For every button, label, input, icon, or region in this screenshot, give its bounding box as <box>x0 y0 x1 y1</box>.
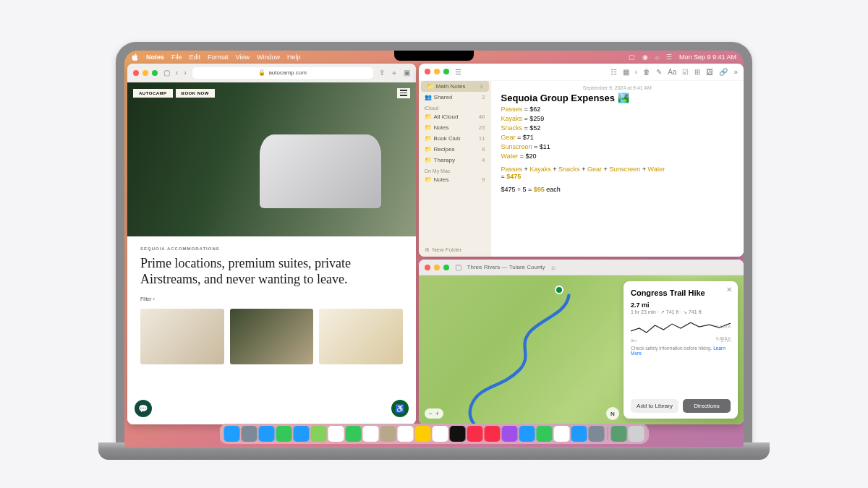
compose-icon[interactable]: ✎ <box>656 68 662 76</box>
sidebar-toggle-icon[interactable]: ☰ <box>455 68 461 76</box>
dock-icon-podcasts[interactable] <box>502 426 518 442</box>
format-icon[interactable]: Aa <box>668 68 676 76</box>
sidebar-item-all-icloud[interactable]: 📁All iCloud46 <box>419 111 491 122</box>
dock-icon-freeform[interactable] <box>433 426 448 442</box>
search-icon[interactable]: ⌕ <box>655 53 659 61</box>
dock-icon-downloads[interactable] <box>611 426 627 442</box>
wifi-icon[interactable]: ◉ <box>642 53 648 61</box>
dock-icon-launchpad[interactable] <box>242 426 258 442</box>
close-button[interactable] <box>133 70 139 76</box>
share-icon[interactable]: ⇪ <box>379 69 385 77</box>
menubar-item-format[interactable]: Format <box>208 53 229 61</box>
trash-icon[interactable]: 🗑 <box>643 68 650 76</box>
back-icon[interactable]: ‹ <box>635 68 637 76</box>
search-icon[interactable]: ⌕ <box>551 263 556 271</box>
dock <box>220 424 649 444</box>
close-button[interactable] <box>425 265 430 270</box>
add-to-library-button[interactable]: Add to Library <box>631 399 678 413</box>
table-icon[interactable]: ⊞ <box>694 68 700 76</box>
dock-icon-messages[interactable] <box>276 426 292 442</box>
brand-logo[interactable]: AUTOCAMP <box>133 89 173 98</box>
directions-button[interactable]: Directions <box>683 399 731 413</box>
zoom-controls[interactable]: −+ <box>425 408 444 419</box>
map-canvas[interactable]: −+ N ✕ Congress Trail Hike 2.7 mi 1 hr 2… <box>419 275 744 424</box>
dock-icon-news[interactable] <box>485 426 501 442</box>
link-icon[interactable]: 🔗 <box>719 68 728 76</box>
filter-link[interactable]: Filter › <box>140 296 403 301</box>
url-bar[interactable]: 🔒 autocamp.com <box>192 67 373 79</box>
menubar-item-view[interactable]: View <box>236 53 250 61</box>
list-view-icon[interactable]: ☷ <box>610 68 617 76</box>
zoom-button[interactable] <box>152 70 158 76</box>
menubar-clock[interactable]: Mon Sep 9 9:41 AM <box>679 53 736 61</box>
note-editor[interactable]: September 9, 2024 at 9:41 AM Sequoia Gro… <box>491 81 744 257</box>
sidebar-section-icloud: iCloud <box>419 103 491 111</box>
zoom-in-icon[interactable]: + <box>435 410 439 417</box>
thumbnail-3[interactable] <box>319 309 403 364</box>
dock-icon-trash[interactable] <box>629 426 644 442</box>
sidebar-icon[interactable]: ▢ <box>455 263 461 271</box>
hamburger-menu-icon[interactable] <box>397 88 410 98</box>
gallery-view-icon[interactable]: ▦ <box>623 68 629 76</box>
traffic-lights <box>425 69 449 74</box>
sidebar-item-notes[interactable]: 📁Notes23 <box>419 122 491 133</box>
axis-start: 0m <box>631 338 637 343</box>
dock-icon-tv[interactable] <box>450 426 466 442</box>
apple-menu-icon[interactable] <box>132 53 139 61</box>
chat-fab[interactable]: 💬 <box>135 400 152 417</box>
menubar-item-edit[interactable]: Edit <box>190 53 201 61</box>
hero-image: AUTOCAMP BOOK NOW <box>127 82 416 236</box>
dock-icon-numbers[interactable] <box>537 426 553 442</box>
menubar-item-window[interactable]: Window <box>257 53 280 61</box>
sidebar-icon[interactable]: ▢ <box>163 69 170 77</box>
minimize-button[interactable] <box>434 265 440 270</box>
battery-icon[interactable]: ▢ <box>629 53 635 61</box>
dock-icon-contacts[interactable] <box>380 426 396 442</box>
dock-icon-appstore[interactable] <box>519 426 535 442</box>
dock-icon-photos[interactable] <box>328 426 344 442</box>
thumbnail-2[interactable] <box>230 309 314 364</box>
more-icon[interactable]: » <box>733 68 738 76</box>
menubar-app-name[interactable]: Notes <box>146 53 164 61</box>
new-folder-button[interactable]: ⊕New Folder <box>419 243 491 257</box>
safari-page: AUTOCAMP BOOK NOW SEQUOIA ACCOMMODATIONS… <box>127 82 416 425</box>
sidebar-item-math-notes[interactable]: 📁Math Notes3 <box>421 81 489 92</box>
dock-icon-finder[interactable] <box>224 426 240 442</box>
zoom-button[interactable] <box>443 69 449 74</box>
dock-icon-maps[interactable] <box>311 426 327 442</box>
dock-icon-home[interactable] <box>554 426 570 442</box>
sidebar-item-shared[interactable]: 👥Shared2 <box>419 92 491 103</box>
thumbnail-1[interactable] <box>140 309 224 364</box>
sidebar-item-recipes[interactable]: 📁Recipes8 <box>419 144 491 155</box>
close-icon[interactable]: ✕ <box>726 286 732 294</box>
sidebar-item-therapy[interactable]: 📁Therapy4 <box>419 155 491 166</box>
control-center-icon[interactable]: ☰ <box>666 53 672 61</box>
sidebar-item-local-notes[interactable]: 📁Notes9 <box>419 174 491 185</box>
dock-icon-music[interactable] <box>467 426 483 442</box>
dock-icon-calendar[interactable] <box>363 426 379 442</box>
back-icon[interactable]: ‹ <box>176 69 178 77</box>
tabs-icon[interactable]: ▣ <box>404 69 410 77</box>
minimize-button[interactable] <box>434 69 440 74</box>
menubar-item-help[interactable]: Help <box>287 53 301 61</box>
dock-icon-mail[interactable] <box>294 426 310 442</box>
sidebar-item-book-club[interactable]: 📁Book Club11 <box>419 133 491 144</box>
new-tab-icon[interactable]: ＋ <box>391 68 398 78</box>
accessibility-fab[interactable]: ♿ <box>391 400 409 417</box>
book-now-button[interactable]: BOOK NOW <box>176 89 215 98</box>
forward-icon[interactable]: › <box>184 69 186 77</box>
dock-icon-facetime[interactable] <box>346 426 362 442</box>
checklist-icon[interactable]: ☑ <box>682 68 689 76</box>
menubar-item-file[interactable]: File <box>171 53 182 61</box>
dock-icon-safari[interactable] <box>259 426 275 442</box>
zoom-out-icon[interactable]: − <box>429 410 433 417</box>
dock-icon-notes[interactable] <box>415 426 431 442</box>
dock-icon-reminders[interactable] <box>398 426 414 442</box>
dock-icon-settings[interactable] <box>589 426 605 442</box>
dock-icon-appstore2[interactable] <box>571 426 587 442</box>
minimize-button[interactable] <box>142 70 148 76</box>
media-icon[interactable]: 🖼 <box>706 68 713 76</box>
traffic-lights <box>425 265 449 270</box>
close-button[interactable] <box>425 69 430 74</box>
zoom-button[interactable] <box>443 265 449 270</box>
